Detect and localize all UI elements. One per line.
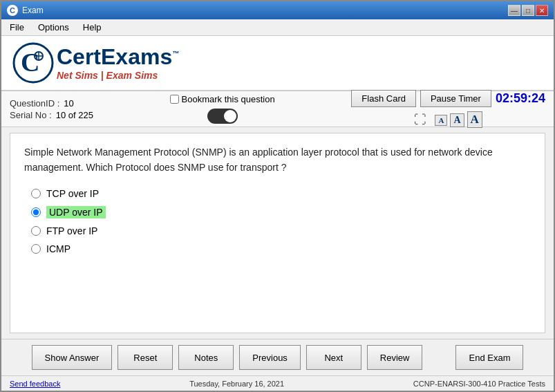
option-label-3[interactable]: FTP over IP	[46, 225, 97, 236]
bookmark-label: Bookmark this question	[182, 94, 275, 104]
minimize-button[interactable]: —	[508, 5, 520, 16]
logo-brand-text: CertExams	[57, 44, 172, 69]
timer-display: 02:59:24	[496, 91, 545, 106]
top-buttons: Flash Card Pause Timer 02:59:24	[351, 90, 545, 107]
fullscreen-icon[interactable]: ⛶	[414, 113, 426, 127]
font-large-button[interactable]: A	[467, 111, 482, 128]
review-button[interactable]: Review	[367, 345, 423, 370]
option-radio-2[interactable]	[31, 207, 41, 217]
menubar: File Options Help	[1, 19, 554, 36]
question-area: Simple Network Management Protocol (SNMP…	[10, 133, 545, 333]
flash-card-button[interactable]: Flash Card	[351, 90, 416, 107]
question-id-row: QuestionID : 10	[10, 98, 93, 109]
toggle-knob	[224, 110, 236, 122]
title-bar-left: C Exam	[7, 5, 44, 16]
close-button[interactable]: ✕	[536, 5, 548, 16]
font-size-controls: A A A	[435, 111, 482, 128]
info-left: QuestionID : 10 Serial No : 10 of 225	[10, 98, 93, 120]
next-button[interactable]: Next	[306, 345, 361, 370]
option-item-1: TCP over IP	[31, 188, 531, 199]
main-window: C Exam — □ ✕ File Options Help C CertExa…	[0, 0, 555, 392]
bookmark-row: Bookmark this question	[170, 94, 275, 104]
title-bar: C Exam — □ ✕	[1, 1, 554, 19]
option-item-3: FTP over IP	[31, 225, 531, 236]
menu-options[interactable]: Options	[32, 21, 75, 34]
question-id-label: QuestionID :	[10, 98, 59, 109]
options-list: TCP over IP UDP over IP FTP over IP ICMP	[24, 188, 531, 254]
notes-button[interactable]: Notes	[178, 345, 234, 370]
logo-tagline: Net Sims | Exam Sims	[57, 70, 179, 81]
option-label-4[interactable]: ICMP	[46, 243, 70, 254]
send-feedback-link[interactable]: Send feedback	[10, 380, 60, 388]
title-controls: — □ ✕	[508, 5, 548, 16]
previous-button[interactable]: Previous	[239, 345, 301, 370]
show-answer-button[interactable]: Show Answer	[32, 345, 113, 370]
question-text: Simple Network Management Protocol (SNMP…	[24, 144, 531, 176]
serial-value: 10 of 225	[56, 110, 93, 120]
menu-file[interactable]: File	[4, 21, 30, 34]
option-radio-1[interactable]	[31, 189, 41, 198]
menu-help[interactable]: Help	[77, 21, 107, 34]
option-radio-4[interactable]	[31, 244, 41, 254]
bookmark-checkbox[interactable]	[170, 95, 179, 104]
option-label-2[interactable]: UDP over IP	[46, 206, 106, 218]
info-bar: QuestionID : 10 Serial No : 10 of 225 Bo…	[1, 91, 554, 127]
logo-area: C CertExams™ Net Sims | Exam Sims	[1, 36, 554, 91]
option-radio-3[interactable]	[31, 226, 41, 236]
status-bar: Send feedback Tuesday, February 16, 2021…	[1, 375, 554, 391]
info-right: Flash Card Pause Timer 02:59:24 ⛶ A A A	[351, 90, 545, 128]
font-medium-button[interactable]: A	[450, 113, 464, 127]
icon-row: ⛶ A A A	[414, 111, 482, 128]
app-icon: C	[7, 5, 18, 16]
bottom-bar: Show Answer Reset Notes Previous Next Re…	[1, 339, 554, 375]
question-id-value: 10	[64, 98, 73, 109]
serial-label: Serial No :	[10, 110, 52, 120]
option-item-4: ICMP	[31, 243, 531, 254]
logo-tm: ™	[172, 50, 179, 58]
maximize-button[interactable]: □	[522, 5, 534, 16]
logo-text: CertExams™ Net Sims | Exam Sims	[57, 45, 179, 80]
info-center: Bookmark this question	[170, 94, 275, 124]
pause-timer-button[interactable]: Pause Timer	[420, 90, 491, 107]
reset-button[interactable]: Reset	[117, 345, 173, 370]
logo-svg: C	[12, 42, 54, 84]
serial-row: Serial No : 10 of 225	[10, 110, 93, 120]
option-label-1[interactable]: TCP over IP	[46, 188, 99, 199]
font-small-button[interactable]: A	[435, 115, 447, 126]
status-date: Tuesday, February 16, 2021	[189, 380, 284, 388]
toggle-switch[interactable]	[207, 109, 238, 124]
status-exam-name: CCNP-ENARSI-300-410 Practice Tests	[413, 380, 545, 388]
window-title: Exam	[22, 6, 44, 15]
option-item-2: UDP over IP	[31, 206, 531, 218]
logo-brand: CertExams™	[57, 45, 179, 69]
end-exam-button[interactable]: End Exam	[455, 345, 523, 370]
